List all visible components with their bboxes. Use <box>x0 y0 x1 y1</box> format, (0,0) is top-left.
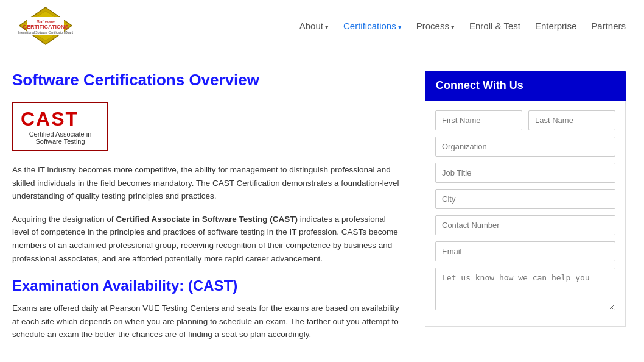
logo-container[interactable]: Software CERTIFICATIONS International So… <box>18 6 73 46</box>
message-row <box>435 268 615 310</box>
message-textarea[interactable] <box>435 268 615 310</box>
svg-text:CERTIFICATIONS: CERTIFICATIONS <box>23 24 69 30</box>
nav-process[interactable]: Process <box>416 21 455 31</box>
paragraph-1: As the IT industry becomes more competit… <box>12 163 401 203</box>
cast-logo-text: CAST <box>21 108 100 130</box>
main-nav: About Certifications Process Enroll & Te… <box>299 21 626 31</box>
paragraph-3: Exams are offered daily at Pearson VUE T… <box>12 302 401 341</box>
svg-text:International Software Certifi: International Software Certification Boa… <box>18 30 73 34</box>
name-row <box>435 110 615 130</box>
nav-enterprise[interactable]: Enterprise <box>535 21 576 31</box>
contact-number-row <box>435 215 615 235</box>
organization-row <box>435 137 615 157</box>
email-row <box>435 241 615 261</box>
section-2-title: Examination Availability: (CAST) <box>12 277 401 294</box>
main-content: Software Certifications Overview CAST Ce… <box>0 52 644 362</box>
contact-number-input[interactable] <box>435 215 615 235</box>
city-input[interactable] <box>435 189 615 209</box>
last-name-input[interactable] <box>528 110 615 130</box>
paragraph-2-prefix: Acquiring the designation of <box>12 215 116 224</box>
left-content: Software Certifications Overview CAST Ce… <box>12 71 425 351</box>
connect-header: Connect With Us <box>425 71 626 101</box>
cast-logo-subtitle: Certified Associate in Software Testing <box>21 130 100 145</box>
city-row <box>435 189 615 209</box>
nav-partners[interactable]: Partners <box>591 21 626 31</box>
paragraph-2-bold: Certified Associate in Software Testing … <box>116 215 298 224</box>
job-title-row <box>435 163 615 183</box>
nav-enroll-test[interactable]: Enroll & Test <box>469 21 520 31</box>
logo-icon: Software CERTIFICATIONS International So… <box>18 6 73 46</box>
job-title-input[interactable] <box>435 163 615 183</box>
main-header: Software CERTIFICATIONS International So… <box>0 0 644 52</box>
connect-form <box>425 101 626 327</box>
nav-about[interactable]: About <box>299 21 329 31</box>
cast-logo-box: CAST Certified Associate in Software Tes… <box>12 102 108 151</box>
email-input[interactable] <box>435 241 615 261</box>
first-name-input[interactable] <box>435 110 522 130</box>
right-sidebar: Connect With Us <box>425 71 626 351</box>
paragraph-2: Acquiring the designation of Certified A… <box>12 213 401 265</box>
page-title: Software Certifications Overview <box>12 71 401 90</box>
svg-text:Software: Software <box>37 20 55 24</box>
nav-certifications[interactable]: Certifications <box>343 21 402 31</box>
organization-input[interactable] <box>435 137 615 157</box>
